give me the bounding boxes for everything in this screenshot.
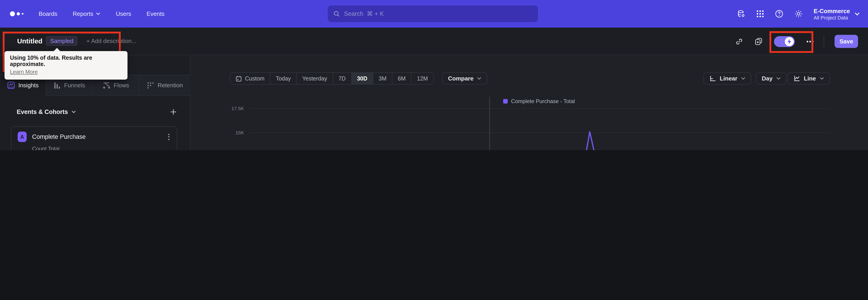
range-label: Today [276, 75, 291, 82]
range-label: 6M [398, 75, 406, 82]
events-cohorts-label: Events & Cohorts [17, 109, 68, 115]
mixpanel-logo-icon[interactable] [10, 11, 23, 16]
add-event-button[interactable] [170, 109, 177, 115]
range-12m[interactable]: 12M [411, 73, 434, 84]
nav-item-users[interactable]: Users [116, 10, 131, 17]
search-bar[interactable] [328, 5, 538, 22]
event-letter-badge: A [18, 131, 27, 142]
add-description-button[interactable]: + Add description... [86, 37, 136, 44]
apps-grid-icon[interactable] [756, 10, 764, 18]
navbar-right: E-Commerce All Project Data [737, 0, 860, 28]
line-chart-icon [794, 75, 800, 82]
top-navbar: BoardsReportsUsersEvents [0, 0, 868, 28]
share-link-icon[interactable] [735, 37, 743, 46]
project-switcher[interactable]: E-Commerce All Project Data [814, 7, 860, 20]
compare-dropdown[interactable]: Compare [442, 72, 488, 85]
line-chart: 02,5005,0007,50010K12.5K15K17.5KMar 2Mar… [190, 84, 868, 150]
date-range-control: CustomTodayYesterday7D30D3M6M12M [230, 72, 434, 85]
event-metric[interactable]: Count Total [11, 142, 177, 150]
tab-label: Insights [18, 82, 39, 89]
tab-retention[interactable]: Retention [139, 75, 190, 96]
help-icon[interactable] [775, 9, 783, 18]
chart-type-label: Line [804, 75, 816, 82]
range-6m[interactable]: 6M [392, 73, 411, 84]
axis-scale-icon [709, 75, 716, 82]
chevron-down-icon [741, 77, 745, 80]
chart-panel: CustomTodayYesterday7D30D3M6M12M Compare… [190, 55, 868, 150]
project-scope: All Project Data [814, 15, 850, 20]
report-title[interactable]: Untitled [17, 37, 42, 45]
sampled-badge[interactable]: Sampled [46, 36, 78, 46]
range-label: 12M [417, 75, 428, 82]
range-custom[interactable]: Custom [230, 73, 270, 84]
nav-item-reports[interactable]: Reports [72, 10, 100, 17]
nav-item-label: Boards [39, 10, 57, 17]
chart-type-dropdown[interactable]: Line [787, 72, 830, 85]
events-cohorts-header: Events & Cohorts [0, 109, 190, 115]
range-label: 3M [379, 75, 386, 82]
range-today[interactable]: Today [270, 73, 296, 84]
settings-gear-icon[interactable] [794, 9, 803, 18]
range-3m[interactable]: 3M [373, 73, 392, 84]
nav-item-label: Users [116, 10, 131, 17]
range-label: Custom [245, 75, 265, 82]
data-management-icon[interactable] [737, 9, 745, 18]
nav-item-boards[interactable]: Boards [39, 10, 57, 17]
range-label: Yesterday [302, 75, 327, 82]
insights-icon [7, 81, 15, 89]
funnels-icon [53, 82, 61, 89]
tooltip-text: Using 10% of data. Results are approxima… [10, 55, 122, 67]
nav-item-label: Events [147, 10, 164, 17]
granularity-dropdown[interactable]: Day [756, 72, 786, 85]
save-button[interactable]: Save [835, 35, 858, 48]
tab-label: Funnels [64, 82, 85, 89]
chevron-down-icon [855, 12, 860, 16]
event-name: Complete Purchase [32, 133, 86, 140]
lightning-bolt-icon [785, 37, 794, 46]
chevron-down-icon[interactable] [72, 110, 76, 114]
y-axis-label: 17.5K [231, 106, 244, 111]
sampling-toggle[interactable] [774, 36, 795, 47]
chevron-down-icon [819, 77, 824, 80]
range-30d[interactable]: 30D [351, 73, 373, 84]
chart-controls: CustomTodayYesterday7D30D3M6M12M Compare… [190, 72, 868, 85]
project-name: E-Commerce [814, 7, 850, 14]
nav-item-events[interactable]: Events [147, 10, 164, 17]
range-7d[interactable]: 7D [333, 73, 351, 84]
search-input[interactable] [344, 10, 532, 17]
report-toolbar: Untitled Sampled + Add description... [0, 28, 868, 55]
toolbar-actions: Save [735, 28, 868, 55]
tab-label: Retention [158, 82, 183, 89]
app-root: BoardsReportsUsersEvents [0, 0, 868, 150]
tab-label: Flows [114, 82, 129, 89]
range-yesterday[interactable]: Yesterday [296, 73, 333, 84]
chevron-down-icon [776, 77, 781, 80]
search-icon [333, 10, 340, 17]
learn-more-link[interactable]: Learn More [10, 69, 38, 75]
range-label: 7D [338, 75, 346, 82]
nav-item-label: Reports [72, 10, 93, 17]
event-card[interactable]: A Complete Purchase Count Total [11, 126, 177, 150]
event-options-icon[interactable] [167, 133, 170, 141]
more-options-icon[interactable] [807, 40, 814, 42]
scale-label: Linear [720, 75, 737, 82]
scale-dropdown[interactable]: Linear [704, 72, 751, 85]
calendar-icon [236, 75, 242, 82]
nav-items: BoardsReportsUsersEvents [39, 10, 164, 17]
add-to-board-icon[interactable] [754, 37, 763, 46]
y-axis-label: 15K [236, 130, 244, 135]
sampling-tooltip: Using 10% of data. Results are approxima… [4, 51, 127, 80]
toolbar-divider [824, 35, 824, 47]
compare-label: Compare [448, 75, 473, 82]
range-label: 30D [357, 75, 367, 82]
chevron-down-icon [96, 12, 100, 16]
event-card-row: A Complete Purchase [11, 127, 177, 142]
series-line [249, 132, 830, 150]
retention-icon [147, 82, 154, 89]
flows-icon [102, 81, 110, 89]
granularity-label: Day [762, 75, 773, 82]
chevron-down-icon [477, 77, 482, 80]
